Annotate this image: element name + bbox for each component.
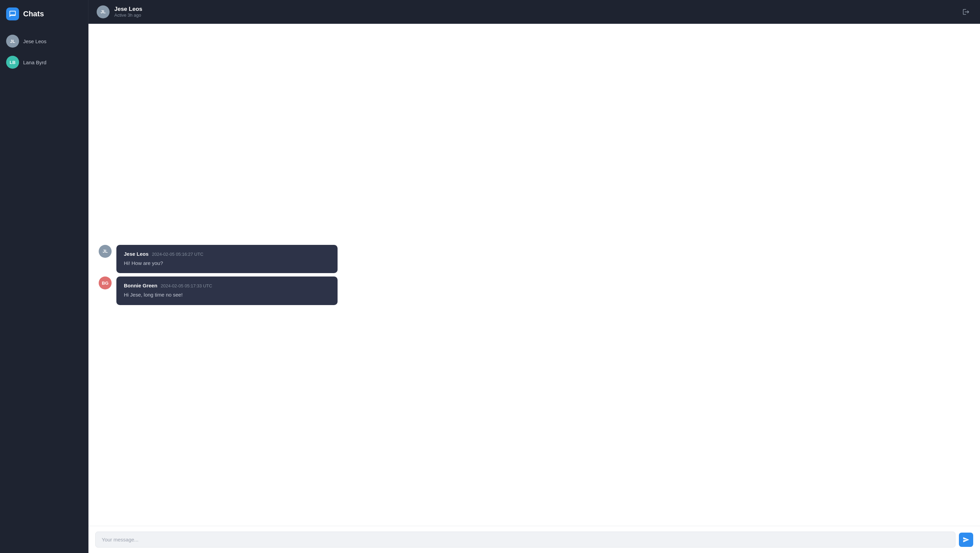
messages-area: JL Jese Leos 2024-02-05 05:16:27 UTC Hi!… (89, 24, 980, 526)
chat-header-initials: JL (100, 9, 105, 14)
message-meta: Jese Leos 2024-02-05 05:16:27 UTC (124, 251, 330, 257)
chat-header-avatar: JL (97, 5, 110, 18)
messages-list: JL Jese Leos 2024-02-05 05:16:27 UTC Hi!… (99, 245, 970, 305)
message-bubble: Jese Leos 2024-02-05 05:16:27 UTC Hi! Ho… (116, 245, 337, 273)
message-text: Hi Jese, long time no see! (124, 291, 330, 299)
chat-main: JL Jese Leos Active 3h ago JL Jese Leos (89, 0, 980, 553)
message-text: Hi! How are you? (124, 259, 330, 267)
chat-input-area (89, 526, 980, 553)
contact-name: Lana Byrd (23, 59, 46, 65)
chat-header-info: Jese Leos Active 3h ago (115, 6, 142, 17)
message-avatar: BG (99, 276, 111, 289)
chat-icon (6, 8, 19, 21)
message-input[interactable] (95, 532, 956, 548)
message-time: 2024-02-05 05:16:27 UTC (152, 252, 204, 257)
message-avatar: JL (99, 245, 111, 258)
chat-header-left: JL Jese Leos Active 3h ago (97, 5, 142, 18)
contact-avatar: LB (6, 56, 19, 69)
message-author: Bonnie Green (124, 283, 157, 288)
message-row: BG Bonnie Green 2024-02-05 05:17:33 UTC … (99, 276, 970, 305)
sidebar: Chats JL Jese Leos LB Lana Byrd (0, 0, 89, 553)
sidebar-title: Chats (23, 10, 44, 18)
message-meta: Bonnie Green 2024-02-05 05:17:33 UTC (124, 283, 330, 288)
contact-initials: JL (10, 39, 15, 44)
chat-header: JL Jese Leos Active 3h ago (89, 0, 980, 24)
message-author: Jese Leos (124, 251, 149, 257)
contact-item-lb[interactable]: LB Lana Byrd (0, 52, 88, 73)
chat-header-name: Jese Leos (115, 6, 142, 13)
contact-item-jl[interactable]: JL Jese Leos (0, 30, 88, 52)
sidebar-header: Chats (0, 0, 88, 28)
logout-button[interactable] (960, 6, 972, 17)
contact-list: JL Jese Leos LB Lana Byrd (0, 28, 88, 76)
contact-avatar: JL (6, 35, 19, 48)
message-row: JL Jese Leos 2024-02-05 05:16:27 UTC Hi!… (99, 245, 970, 273)
contact-initials: LB (10, 60, 15, 65)
contact-name: Jese Leos (23, 38, 46, 44)
chat-header-status: Active 3h ago (115, 13, 142, 17)
message-bubble: Bonnie Green 2024-02-05 05:17:33 UTC Hi … (116, 276, 337, 305)
message-time: 2024-02-05 05:17:33 UTC (161, 283, 212, 288)
send-button[interactable] (959, 532, 973, 547)
